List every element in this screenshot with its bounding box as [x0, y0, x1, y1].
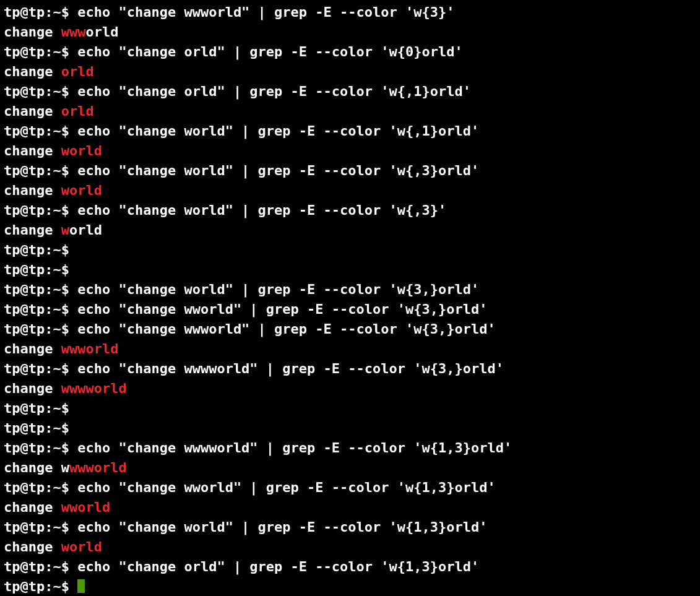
output-text: change [4, 143, 61, 158]
terminal-line: change world [4, 220, 696, 240]
command-text: echo "change orld" | grep -E --color 'w{… [77, 84, 471, 99]
command-text: echo "change world" | grep -E --color 'w… [77, 163, 479, 178]
cursor [77, 579, 85, 593]
command-text: echo "change wwworld" | grep -E --color … [77, 321, 496, 337]
terminal-line: change orld [4, 101, 696, 121]
shell-prompt: tp@tp:~$ [4, 440, 77, 456]
shell-prompt: tp@tp:~$ [4, 361, 77, 376]
shell-prompt: tp@tp:~$ [4, 321, 77, 337]
grep-match: orld [61, 64, 94, 79]
terminal-line: change world [4, 181, 696, 201]
shell-prompt: tp@tp:~$ [4, 519, 77, 535]
terminal-line: change wwworld [4, 339, 696, 359]
command-text: echo "change world" | grep -E --color 'w… [77, 282, 479, 297]
grep-match: w [61, 222, 69, 238]
terminal-line: tp@tp:~$ echo "change wwworld" | grep -E… [4, 319, 696, 339]
shell-prompt: tp@tp:~$ [4, 400, 77, 416]
output-text: change [4, 381, 61, 396]
terminal-line: tp@tp:~$ [4, 240, 696, 260]
terminal-line: tp@tp:~$ [4, 577, 696, 596]
shell-prompt: tp@tp:~$ [4, 579, 77, 594]
grep-match: wwwworld [61, 381, 127, 396]
terminal-line: tp@tp:~$ [4, 399, 696, 418]
terminal-line: tp@tp:~$ echo "change wworld" | grep -E … [4, 300, 696, 319]
terminal-line: tp@tp:~$ echo "change orld" | grep -E --… [4, 42, 696, 62]
shell-prompt: tp@tp:~$ [4, 420, 77, 436]
terminal-line: change wwworld [4, 22, 696, 42]
grep-match: www [61, 24, 86, 40]
shell-prompt: tp@tp:~$ [4, 163, 77, 178]
command-text: echo "change world" | grep -E --color 'w… [77, 202, 446, 218]
shell-prompt: tp@tp:~$ [4, 282, 77, 297]
terminal-line: tp@tp:~$ echo "change world" | grep -E -… [4, 121, 696, 141]
terminal-line: change world [4, 141, 696, 161]
command-text: echo "change wwworld" | grep -E --color … [77, 4, 454, 20]
output-text: orld [69, 222, 102, 238]
grep-match: wwworld [61, 341, 119, 356]
shell-prompt: tp@tp:~$ [4, 202, 77, 218]
terminal-line: tp@tp:~$ echo "change wwwworld" | grep -… [4, 359, 696, 379]
output-text: change [4, 222, 61, 238]
terminal-line: tp@tp:~$ echo "change world" | grep -E -… [4, 517, 696, 537]
output-text: orld [85, 24, 118, 40]
grep-match: world [61, 539, 102, 555]
grep-match: world [61, 183, 102, 198]
grep-match: orld [61, 103, 94, 119]
shell-prompt: tp@tp:~$ [4, 262, 77, 277]
terminal-line: tp@tp:~$ echo "change orld" | grep -E --… [4, 82, 696, 101]
terminal-window[interactable]: tp@tp:~$ echo "change wwworld" | grep -E… [0, 0, 700, 596]
output-text: change [4, 539, 61, 555]
terminal-line: tp@tp:~$ echo "change wwwworld" | grep -… [4, 438, 696, 458]
shell-prompt: tp@tp:~$ [4, 242, 77, 257]
grep-match: world [61, 143, 102, 158]
terminal-line: tp@tp:~$ [4, 418, 696, 438]
terminal-line: change wwwworld [4, 379, 696, 399]
output-text: change [4, 64, 61, 79]
command-text: echo "change wworld" | grep -E --color '… [77, 301, 487, 317]
terminal-line: tp@tp:~$ echo "change world" | grep -E -… [4, 280, 696, 300]
terminal-line: tp@tp:~$ [4, 260, 696, 280]
shell-prompt: tp@tp:~$ [4, 480, 77, 495]
output-text: change w [4, 460, 69, 475]
command-text: echo "change orld" | grep -E --color 'w{… [77, 559, 479, 574]
terminal-line: change world [4, 537, 696, 557]
terminal-line: change orld [4, 62, 696, 82]
output-text: change [4, 24, 61, 40]
terminal-line: tp@tp:~$ echo "change world" | grep -E -… [4, 201, 696, 220]
command-text: echo "change orld" | grep -E --color 'w{… [77, 44, 463, 59]
terminal-line: tp@tp:~$ echo "change wworld" | grep -E … [4, 478, 696, 498]
shell-prompt: tp@tp:~$ [4, 559, 77, 574]
shell-prompt: tp@tp:~$ [4, 44, 77, 59]
terminal-line: change wworld [4, 498, 696, 517]
shell-prompt: tp@tp:~$ [4, 4, 77, 20]
grep-match: wworld [61, 499, 110, 515]
command-text: echo "change wworld" | grep -E --color '… [77, 480, 496, 495]
terminal-line: tp@tp:~$ echo "change world" | grep -E -… [4, 161, 696, 181]
command-text: echo "change wwwworld" | grep -E --color… [77, 440, 512, 456]
command-text: echo "change wwwworld" | grep -E --color… [77, 361, 504, 376]
command-text: echo "change world" | grep -E --color 'w… [77, 123, 479, 139]
shell-prompt: tp@tp:~$ [4, 123, 77, 139]
output-text: change [4, 341, 61, 356]
terminal-line: tp@tp:~$ echo "change wwworld" | grep -E… [4, 2, 696, 22]
grep-match: wwworld [69, 460, 127, 475]
output-text: change [4, 183, 61, 198]
terminal-line: tp@tp:~$ echo "change orld" | grep -E --… [4, 557, 696, 577]
shell-prompt: tp@tp:~$ [4, 84, 77, 99]
output-text: change [4, 499, 61, 515]
output-text: change [4, 103, 61, 119]
terminal-line: change wwwworld [4, 458, 696, 478]
shell-prompt: tp@tp:~$ [4, 301, 77, 317]
command-text: echo "change world" | grep -E --color 'w… [77, 519, 487, 535]
